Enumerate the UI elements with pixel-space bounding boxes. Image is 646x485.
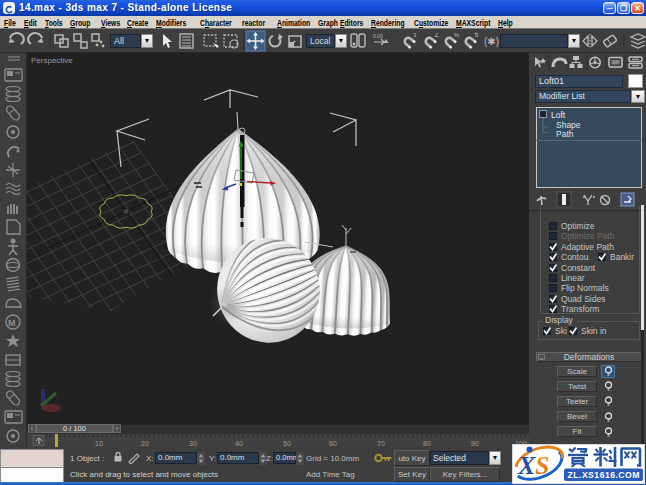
svg-text:0.00: 0.00 [373, 33, 383, 39]
svg-text:10: 10 [95, 440, 103, 447]
svg-text:80: 80 [423, 440, 431, 447]
svg-text:3: 3 [413, 32, 417, 38]
svg-text:Loft: Loft [551, 110, 566, 120]
svg-text:60: 60 [329, 440, 337, 447]
svg-text:50: 50 [283, 440, 291, 447]
svg-text:M: M [8, 318, 16, 328]
svg-text:20: 20 [141, 440, 149, 447]
svg-text:40: 40 [235, 440, 243, 447]
svg-text:70: 70 [377, 440, 385, 447]
svg-text:X: X [517, 451, 536, 480]
svg-text:∠: ∠ [434, 32, 439, 38]
svg-text:⇅: ⇅ [474, 32, 479, 38]
svg-text:%: % [454, 32, 460, 38]
svg-text:90: 90 [471, 440, 479, 447]
svg-text:S: S [535, 451, 549, 480]
svg-text:Path: Path [556, 129, 574, 139]
svg-text:ZL.XS1616.COM: ZL.XS1616.COM [568, 470, 640, 480]
svg-text:30: 30 [189, 440, 197, 447]
svg-text:(✱): (✱) [484, 36, 499, 47]
